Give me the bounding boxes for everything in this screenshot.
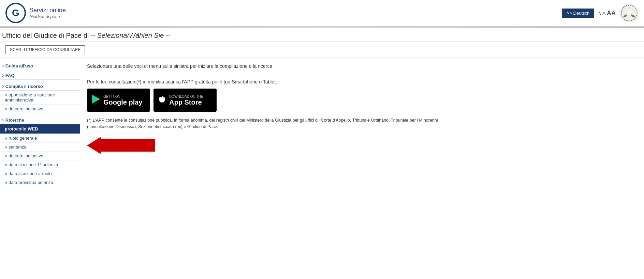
font-small-btn[interactable]: A <box>598 12 601 16</box>
google-play-text: GET IT ON Google play <box>103 95 142 106</box>
title-bar: Ufficio del Giudice di Pace di -- Selezi… <box>0 28 644 42</box>
sidebar-item-guida[interactable]: Guida all'uso <box>0 61 80 70</box>
arrow-head <box>87 137 101 154</box>
sidebar-item-faq[interactable]: FAQ <box>0 70 80 80</box>
sidebar-item-sentenza[interactable]: sentenza <box>0 143 80 152</box>
font-medium-btn[interactable]: A <box>602 11 605 16</box>
republic-emblem <box>620 4 639 22</box>
app-store-big-text: App Store <box>169 98 203 106</box>
logo-icon: G <box>5 3 26 23</box>
app-store-badge[interactable]: Download on the App Store <box>153 89 217 112</box>
sidebar-item-opposizione[interactable]: opposizione a sanzione amministrativa <box>0 91 80 105</box>
sidebar-item-compila[interactable]: Compila il ricorso <box>0 81 80 91</box>
app-badges: GET IT ON Google play Download on the Ap… <box>87 89 637 112</box>
sidebar-item-ricerche[interactable]: Ricerche <box>0 115 80 124</box>
content-area: Selezionare una delle voci di menu sulla… <box>80 58 644 187</box>
header: G Servizi online Giudice di pace >> Deut… <box>0 0 644 27</box>
logo-text: Servizi online Giudice di pace <box>29 7 66 19</box>
main-layout: Guida all'uso FAQ Compila il ricorso opp… <box>0 58 644 187</box>
deutsch-button[interactable]: >> Deutsch <box>562 9 595 18</box>
app-store-small-text: Download on the <box>169 95 203 98</box>
app-store-text: Download on the App Store <box>169 95 203 106</box>
logo-subtitle: Giudice di pace <box>29 14 66 19</box>
app-promo-text: Per le tue consultazioni(*) in mobilità … <box>87 79 637 84</box>
font-large-btn[interactable]: AA <box>607 10 616 17</box>
sidebar-item-data-prossima[interactable]: data prossima udienza <box>0 178 80 187</box>
sidebar-item-decreto-compila[interactable]: decreto ingiuntivo <box>0 105 80 113</box>
google-play-icon <box>90 94 101 107</box>
sidebar: Guida all'uso FAQ Compila il ricorso opp… <box>0 58 80 187</box>
sidebar-item-decreto-ingiuntivo[interactable]: decreto ingiuntivo <box>0 152 80 160</box>
header-right: >> Deutsch A A AA <box>562 4 639 22</box>
sidebar-item-data-citazione[interactable]: data citazione 1° udienza <box>0 160 80 169</box>
sidebar-item-protocollo[interactable]: protocollo WEB <box>0 124 80 134</box>
svg-marker-5 <box>92 95 100 104</box>
apple-icon <box>157 94 166 106</box>
arrow-body <box>101 139 155 152</box>
arrow-container <box>87 137 637 154</box>
footnote-text: (*) L'APP consente la consultazione pubb… <box>87 117 462 130</box>
logo-area: G Servizi online Giudice di pace <box>5 3 66 23</box>
google-play-badge[interactable]: GET IT ON Google play <box>87 89 150 112</box>
intro-text: Selezionare una delle voci di menu sulla… <box>87 63 637 69</box>
sidebar-item-ruolo-generale[interactable]: ruolo generale <box>0 134 80 143</box>
logo-title: Servizi online <box>29 7 66 14</box>
red-arrow <box>87 137 162 154</box>
google-play-small-text: GET IT ON <box>103 95 142 98</box>
select-office-area: SCEGLI L'UFFICIO DA CONSULTARE <box>0 42 644 58</box>
google-play-big-text: Google play <box>103 98 142 106</box>
select-office-button[interactable]: SCEGLI L'UFFICIO DA CONSULTARE <box>5 45 85 54</box>
page-title: Ufficio del Giudice di Pace di -- Selezi… <box>2 32 170 39</box>
sidebar-item-data-iscrizione[interactable]: data iscrizione a ruolo <box>0 169 80 178</box>
font-size-controls: A A AA <box>598 10 616 17</box>
